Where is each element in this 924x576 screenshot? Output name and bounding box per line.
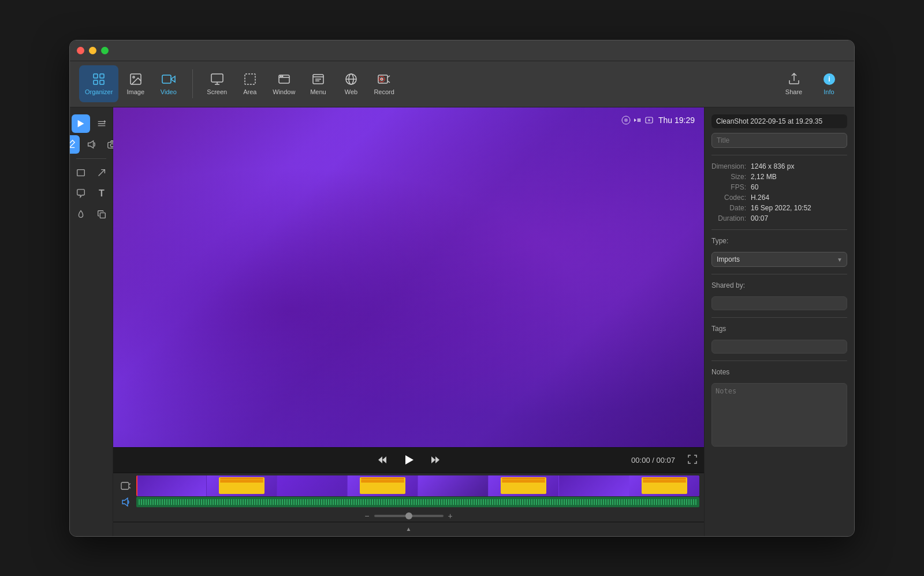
svg-rect-40 xyxy=(100,213,105,218)
tool-group-left: Organizer Image Video xyxy=(79,65,184,102)
cut-tool-btn[interactable] xyxy=(92,114,111,133)
card-line-2 xyxy=(220,480,263,481)
divider-2 xyxy=(711,229,847,230)
lp-row-2 xyxy=(72,163,111,182)
duration-label: Duration: xyxy=(711,214,746,222)
collapse-button[interactable]: ▲ xyxy=(406,526,412,532)
playhead[interactable] xyxy=(136,475,137,496)
share-button[interactable]: Share xyxy=(778,65,810,102)
web-button[interactable]: Web xyxy=(335,65,367,102)
svg-marker-55 xyxy=(122,498,128,506)
play-button[interactable] xyxy=(400,451,418,469)
toolbar-separator-1 xyxy=(192,69,193,98)
menu-button[interactable]: Menu xyxy=(302,65,334,102)
text-tool-btn[interactable]: T xyxy=(92,184,111,203)
dimension-label: Dimension: xyxy=(711,162,746,170)
zoom-out-icon[interactable]: − xyxy=(364,511,369,521)
time-display: 00:00 / 00:07 xyxy=(631,456,675,464)
video-track xyxy=(136,475,699,496)
svg-rect-2 xyxy=(94,80,98,84)
svg-rect-8 xyxy=(211,74,223,82)
type-select[interactable]: Imports Screenshots Recordings xyxy=(711,252,847,267)
video-track-icon xyxy=(118,481,134,491)
video-button[interactable]: Video xyxy=(152,65,184,102)
rewind-button[interactable] xyxy=(374,451,391,469)
card-line-7 xyxy=(502,478,545,479)
area-button[interactable]: Area xyxy=(234,65,266,102)
video-track-row xyxy=(113,473,704,496)
codec-label: Codec: xyxy=(711,194,746,202)
card-line-10 xyxy=(643,478,686,479)
svg-rect-44 xyxy=(639,118,640,122)
left-tools: T xyxy=(74,114,108,224)
size-label: Size: xyxy=(711,173,746,181)
frame-2 xyxy=(207,475,277,496)
svg-point-42 xyxy=(624,118,628,122)
notes-textarea[interactable] xyxy=(711,383,847,447)
close-button[interactable] xyxy=(77,47,84,54)
shared-by-label: Shared by: xyxy=(711,281,847,289)
svg-text:i: i xyxy=(828,75,830,83)
frame-8-card xyxy=(642,477,687,494)
audio-tool-btn[interactable] xyxy=(82,135,100,154)
svg-rect-52 xyxy=(121,482,129,489)
play-tool-btn[interactable] xyxy=(72,114,90,133)
card-line-12 xyxy=(643,481,686,482)
fps-label: FPS: xyxy=(711,183,746,191)
lp-row-3: T xyxy=(72,184,111,203)
lp-row-4 xyxy=(72,205,111,224)
svg-point-15 xyxy=(282,76,283,77)
svg-marker-6 xyxy=(171,76,175,82)
arrow-tool-btn[interactable] xyxy=(92,163,111,182)
drop-tool-btn[interactable] xyxy=(72,205,90,224)
overlay-icons xyxy=(621,116,654,125)
left-panel: T xyxy=(70,107,113,536)
organizer-button[interactable]: Organizer xyxy=(79,65,118,102)
type-select-wrapper: Imports Screenshots Recordings ▼ xyxy=(711,252,847,267)
zoom-thumb[interactable] xyxy=(405,512,412,519)
frame-8 xyxy=(629,475,699,496)
window-button[interactable]: Window xyxy=(267,65,301,102)
video-stripe xyxy=(113,107,704,447)
record-button[interactable]: Record xyxy=(368,65,400,102)
date-label: Date: xyxy=(711,204,746,212)
audio-waveform xyxy=(139,499,697,505)
title-input[interactable] xyxy=(711,133,847,148)
fullscreen-button[interactable] xyxy=(688,455,697,466)
speech-tool-btn[interactable] xyxy=(72,184,90,203)
screen-button[interactable]: Screen xyxy=(201,65,233,102)
frame-3 xyxy=(277,475,347,496)
fps-value: 60 xyxy=(751,183,847,191)
zoom-in-icon[interactable]: + xyxy=(448,511,453,521)
shared-by-input[interactable] xyxy=(711,296,847,310)
image-button[interactable]: Image xyxy=(120,65,151,102)
tool-group-capture: Screen Area Window xyxy=(201,65,400,102)
filename-input[interactable] xyxy=(711,114,847,128)
fast-forward-button[interactable] xyxy=(427,451,444,469)
dimension-value: 1246 x 836 px xyxy=(751,162,847,170)
card-line-11 xyxy=(643,480,686,481)
date-value: 16 Sep 2022, 10:52 xyxy=(751,204,847,212)
divider-4 xyxy=(711,317,847,318)
main-window: Organizer Image Video xyxy=(69,40,855,537)
card-line-1 xyxy=(220,478,263,479)
svg-rect-1 xyxy=(100,74,104,78)
card-line-4 xyxy=(361,478,404,479)
rect-tool-btn[interactable] xyxy=(72,163,90,182)
annotate-tool-btn[interactable] xyxy=(70,135,80,154)
info-button[interactable]: i Info xyxy=(813,65,845,102)
playhead-triangle xyxy=(136,475,139,477)
video-overlay: Thu 19:29 xyxy=(621,116,695,125)
timeline-bottom: ▲ xyxy=(113,522,704,536)
audio-track-row xyxy=(113,496,704,510)
minimize-button[interactable] xyxy=(89,47,96,54)
card-line-3 xyxy=(220,481,263,482)
copy-tool-btn[interactable] xyxy=(92,205,111,224)
divider-3 xyxy=(711,274,847,274)
tags-input[interactable] xyxy=(711,340,847,354)
toolbar: Organizer Image Video xyxy=(70,61,854,107)
audio-track xyxy=(136,497,699,507)
info-grid: Dimension: 1246 x 836 px Size: 2,12 MB F… xyxy=(711,162,847,222)
maximize-button[interactable] xyxy=(101,47,109,54)
zoom-slider[interactable] xyxy=(374,515,444,517)
